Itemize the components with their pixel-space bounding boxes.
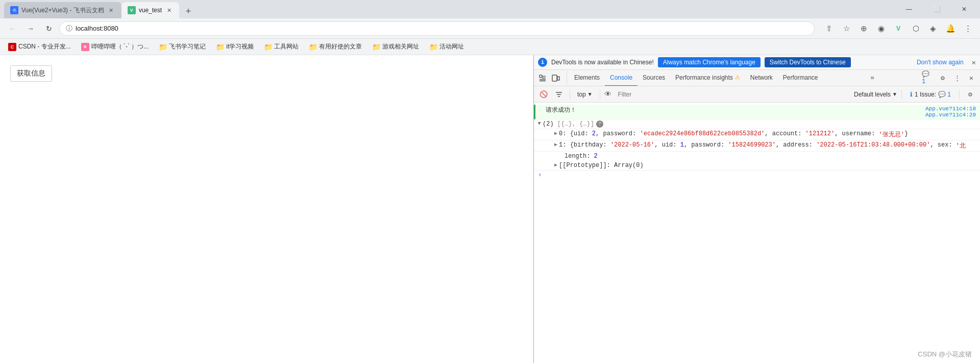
menu-icon[interactable]: ⋮ <box>960 20 976 37</box>
back-button[interactable]: ← <box>4 20 20 37</box>
tab-vue[interactable]: V vue_test ✕ <box>121 2 179 18</box>
devtools-more-tabs: » <box>866 71 879 85</box>
array-label: (2) <box>543 120 557 128</box>
svg-rect-0 <box>540 75 542 78</box>
notification-icon[interactable]: 🔔 <box>942 20 959 37</box>
array-help-icon[interactable]: ? <box>596 120 603 128</box>
prompt-arrow-icon: › <box>538 172 542 179</box>
live-expression-button[interactable]: 👁 <box>604 90 611 99</box>
it-folder-icon: 📁 <box>216 43 224 51</box>
tab-vue-title: vue_test <box>139 7 162 14</box>
device-mode-button[interactable] <box>549 71 562 85</box>
share-icon[interactable]: ⇧ <box>821 20 837 37</box>
default-levels-button[interactable]: Default levels ▼ <box>854 91 897 98</box>
nav-icons: ⇧ ☆ ⊕ ◉ V ⬡ ◈ 🔔 ⋮ <box>821 20 976 37</box>
issue-badge: ℹ 1 Issue: 💬 1 <box>906 90 955 99</box>
tab-network[interactable]: Network <box>745 70 778 86</box>
bookmark-tools[interactable]: 📁 工具网站 <box>260 41 303 52</box>
switch-to-chinese-button[interactable]: Switch DevTools to Chinese <box>765 57 851 67</box>
tools-folder-icon: 📁 <box>264 43 272 51</box>
new-tab-button[interactable]: + <box>181 4 195 18</box>
csdn-favicon: C <box>8 43 16 51</box>
clear-console-button[interactable]: 🚫 <box>537 88 550 101</box>
devtools-panel-buttons <box>536 71 567 85</box>
games-folder-icon: 📁 <box>372 43 380 51</box>
tab-sources[interactable]: Sources <box>638 70 670 86</box>
close-button[interactable]: ✕ <box>952 1 976 17</box>
feishu-favicon: 书 <box>10 6 18 14</box>
bookmark-articles[interactable]: 📁 有用好使的文章 <box>305 41 366 52</box>
tab-feishu-close[interactable]: ✕ <box>107 6 115 14</box>
vue-devtools-icon[interactable]: V <box>890 20 906 37</box>
bookmark-tools-label: 工具网站 <box>274 42 299 51</box>
forward-button[interactable]: → <box>22 20 39 37</box>
devtools-settings-button[interactable]: ⚙ <box>936 71 949 85</box>
source-link-1[interactable]: App.vue?11c4:18 <box>920 106 976 112</box>
item0-expand-arrow[interactable]: ▶ <box>554 130 557 136</box>
tab-elements[interactable]: Elements <box>569 70 605 86</box>
prototype-expand-arrow[interactable]: ▶ <box>554 162 557 168</box>
more-tabs-button[interactable]: » <box>866 71 879 85</box>
tab-performance-insights[interactable]: Performance insights ⚠ <box>670 70 745 86</box>
notification-close-icon[interactable]: ✕ <box>972 58 976 67</box>
watermark: CSDN @小花皮猪 <box>918 350 972 359</box>
maximize-button[interactable]: ⬜ <box>925 1 948 17</box>
console-toolbar-right: Default levels ▼ ℹ 1 Issue: 💬 1 ⚙ <box>854 88 977 101</box>
title-bar: 书 Vue(Vue2+Vue3) - 飞书云文档 ✕ V vue_test ✕ … <box>0 0 980 18</box>
console-item1-line: ▶ 1: {birthday: '2022-05-16' , uid: 1 , … <box>534 140 980 152</box>
tab-performance[interactable]: Performance <box>778 70 823 86</box>
bookmark-bili-label: 哔哩哔哩（ ´-` ）つ... <box>91 42 149 51</box>
bookmark-csdn[interactable]: C CSDN - 专业开发... <box>4 41 75 52</box>
always-match-language-button[interactable]: Always match Chrome's language <box>658 57 761 67</box>
window-controls: — ⬜ ✕ <box>897 1 976 17</box>
tab-console[interactable]: Console <box>605 70 638 86</box>
issue-count: 💬 1 <box>938 91 951 98</box>
tab-feishu[interactable]: 书 Vue(Vue2+Vue3) - 飞书云文档 ✕ <box>4 2 121 18</box>
bookmark-csdn-label: CSDN - 专业开发... <box>18 42 71 51</box>
source-links: App.vue?11c4:18 App.vue?11c4:20 <box>920 106 976 118</box>
get-info-button[interactable]: 获取信息 <box>10 65 52 82</box>
context-value: top <box>577 91 586 98</box>
profile-icon[interactable]: ◈ <box>925 20 941 37</box>
devtools-close-button[interactable]: ✕ <box>965 71 978 85</box>
extension-icon1[interactable]: ⊕ <box>855 20 872 37</box>
console-settings-button[interactable]: ⚙ <box>964 88 977 101</box>
page-content: 获取信息 <box>0 55 533 363</box>
context-selector[interactable]: top ▼ <box>574 90 596 99</box>
devtools-panel: i DevTools is now available in Chinese! … <box>533 55 980 363</box>
bookmark-feishu[interactable]: 📁 飞书学习笔记 <box>155 41 210 52</box>
bookmarks-bar: C CSDN - 专业开发... B 哔哩哔哩（ ´-` ）つ... 📁 飞书学… <box>0 39 980 55</box>
extensions-icon[interactable]: ⬡ <box>908 20 924 37</box>
bookmark-bili[interactable]: B 哔哩哔哩（ ´-` ）つ... <box>77 41 153 52</box>
devtools-chat-button[interactable]: 💬 1 <box>922 71 935 85</box>
vue-favicon: V <box>128 6 136 14</box>
bookmark-icon[interactable]: ☆ <box>838 20 854 37</box>
context-dropdown-icon: ▼ <box>587 91 593 97</box>
nav-bar: ← → ↻ ⓘ localhost:8080 ⇧ ☆ ⊕ ◉ V ⬡ ◈ 🔔 ⋮ <box>0 18 980 39</box>
filter-toggle-button[interactable] <box>552 88 566 101</box>
devtools-notification: i DevTools is now available in Chinese! … <box>534 55 980 70</box>
bookmark-games[interactable]: 📁 游戏相关网址 <box>368 41 423 52</box>
toolbar-separator3 <box>901 90 902 99</box>
chrome-extension-icon[interactable]: ◉ <box>873 20 889 37</box>
bookmark-it-label: it学习视频 <box>226 42 254 51</box>
tab-vue-close[interactable]: ✕ <box>165 6 173 14</box>
bookmark-it[interactable]: 📁 it学习视频 <box>212 41 258 52</box>
minimize-button[interactable]: — <box>897 1 921 17</box>
inspect-element-button[interactable] <box>536 71 549 85</box>
console-success-line: 请求成功！ App.vue?11c4:18 App.vue?11c4:20 <box>534 105 980 119</box>
item1-expand-arrow[interactable]: ▶ <box>554 141 557 148</box>
issue-icon: ℹ <box>910 91 913 98</box>
reload-button[interactable]: ↻ <box>41 20 57 37</box>
notification-text: DevTools is now available in Chinese! <box>551 59 654 66</box>
address-bar[interactable]: ⓘ localhost:8080 <box>59 21 815 36</box>
source-link-2[interactable]: App.vue?11c4:20 <box>920 112 976 118</box>
bookmark-events[interactable]: 📁 活动网址 <box>425 41 468 52</box>
array-expand-arrow[interactable]: ▶ <box>536 122 543 125</box>
dont-show-again-link[interactable]: Don't show again <box>917 59 964 66</box>
feishu-folder-icon: 📁 <box>159 43 167 51</box>
svg-rect-6 <box>557 77 559 80</box>
devtools-context-menu-button[interactable]: ⋮ <box>950 71 964 85</box>
console-item0-line: ▶ 0: {uid: 2 , password: 'ecadec2924e86b… <box>534 129 980 140</box>
console-filter-input[interactable] <box>614 89 852 100</box>
